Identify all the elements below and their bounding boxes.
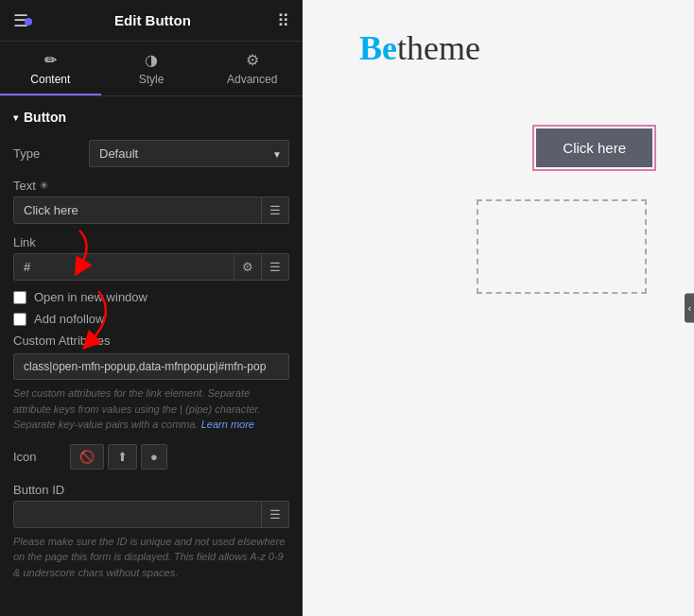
button-preview-wrapper: Click here — [532, 125, 656, 171]
button-id-db-btn[interactable]: ☰ — [262, 501, 289, 528]
type-row: Type Default Primary Secondary ▼ — [13, 140, 289, 167]
link-db-btn[interactable]: ☰ — [262, 253, 289, 281]
custom-attr-help: Set custom attributes for the link eleme… — [13, 385, 289, 433]
text-row-label: Text ✳ — [13, 179, 289, 193]
top-bar-title: Edit Button — [114, 12, 191, 28]
button-preview-container: Click here — [321, 125, 675, 171]
right-panel: Betheme Click here ‹ — [303, 0, 694, 616]
tabs: ✏ Content ◑ Style ⚙ Advanced — [0, 42, 303, 96]
section-header: ▾ Button — [13, 110, 289, 125]
open-new-window-checkbox[interactable] — [13, 291, 26, 304]
icon-btn-group: 🚫 ⬆ ● — [70, 444, 167, 470]
be-text: Be — [359, 29, 397, 67]
grid-icon[interactable]: ⠿ — [277, 10, 289, 31]
left-panel: ☰ Edit Button ⠿ ✏ Content ◑ Style ⚙ Adva… — [0, 0, 303, 616]
icon-circle-btn[interactable]: ● — [141, 444, 167, 470]
tab-advanced[interactable]: ⚙ Advanced — [201, 42, 303, 95]
tab-style[interactable]: ◑ Style — [101, 42, 202, 95]
tab-content[interactable]: ✏ Content — [0, 42, 101, 95]
be-theme-logo: Betheme — [359, 28, 480, 68]
custom-attr-input[interactable] — [13, 353, 289, 380]
type-select[interactable]: Default Primary Secondary — [89, 140, 289, 167]
custom-attributes-section: Custom Attributes Set custom attributes … — [13, 334, 289, 433]
link-row: ⚙ ☰ — [13, 253, 289, 281]
panel-content: ▾ Button Type Default Primary Secondary … — [0, 96, 303, 616]
add-nofollow-row: Add nofollow — [13, 312, 289, 326]
button-id-input-group: ☰ — [13, 501, 289, 528]
learn-more-link[interactable]: Learn more — [201, 419, 254, 430]
style-tab-icon: ◑ — [145, 51, 158, 69]
icon-row: Icon 🚫 ⬆ ● — [13, 444, 289, 470]
icon-none-btn[interactable]: 🚫 — [70, 444, 104, 470]
text-dynamic-icon[interactable]: ✳ — [40, 180, 48, 192]
section-collapse-arrow[interactable]: ▾ — [13, 112, 18, 123]
text-db-icon-btn[interactable]: ☰ — [262, 197, 289, 224]
button-id-label: Button ID — [13, 483, 289, 497]
link-section: Link ⚙ ☰ — [13, 235, 289, 281]
dot-indicator — [25, 18, 32, 26]
preview-button[interactable]: Click here — [536, 128, 652, 167]
custom-attributes-label: Custom Attributes — [13, 334, 289, 348]
add-nofollow-checkbox[interactable] — [13, 313, 26, 326]
button-id-input[interactable] — [13, 501, 262, 528]
type-select-wrapper: Default Primary Secondary ▼ — [89, 140, 289, 167]
icon-upload-btn[interactable]: ⬆ — [108, 444, 137, 470]
link-input[interactable] — [13, 253, 234, 281]
open-new-window-row: Open in new window — [13, 290, 289, 304]
text-row: Text ✳ ☰ — [13, 179, 289, 224]
content-tab-icon: ✏ — [44, 51, 57, 69]
link-label: Link — [13, 235, 289, 249]
button-id-section: Button ID ☰ — [13, 483, 289, 528]
dashed-placeholder — [477, 199, 647, 294]
text-input[interactable] — [13, 197, 262, 224]
advanced-tab-icon: ⚙ — [246, 51, 259, 69]
text-input-group: ☰ — [13, 197, 289, 224]
collapse-handle[interactable]: ‹ — [685, 294, 694, 323]
button-id-help: Please make sure the ID is unique and no… — [13, 534, 289, 581]
type-label: Type — [13, 146, 89, 161]
link-settings-btn[interactable]: ⚙ — [234, 253, 262, 281]
theme-text: theme — [397, 29, 480, 67]
top-bar-left: ☰ — [13, 10, 28, 31]
top-bar: ☰ Edit Button ⠿ — [0, 0, 303, 42]
icon-label: Icon — [13, 450, 70, 464]
